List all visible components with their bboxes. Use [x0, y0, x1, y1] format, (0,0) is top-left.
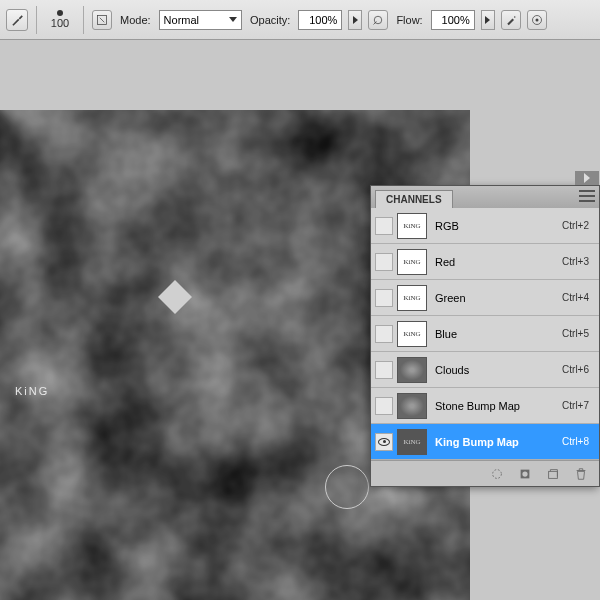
- panel-footer: [371, 460, 599, 486]
- channel-name: RGB: [431, 220, 558, 232]
- brush-panel-toggle-icon[interactable]: [92, 10, 112, 30]
- channel-name: Stone Bump Map: [431, 400, 558, 412]
- channel-list: KiNGRGBCtrl+2KiNGRedCtrl+3KiNGGreenCtrl+…: [371, 208, 599, 460]
- opacity-label: Opacity:: [248, 14, 292, 26]
- chevron-right-icon: [584, 173, 590, 183]
- channel-name: Red: [431, 256, 558, 268]
- channel-row[interactable]: KiNGRGBCtrl+2: [371, 208, 599, 244]
- svg-point-4: [535, 18, 538, 21]
- channel-row[interactable]: KiNGBlueCtrl+5: [371, 316, 599, 352]
- channel-shortcut: Ctrl+7: [562, 400, 595, 411]
- channel-shortcut: Ctrl+6: [562, 364, 595, 375]
- brush-size-picker[interactable]: 100: [45, 10, 75, 29]
- divider: [36, 6, 37, 34]
- delete-channel-icon[interactable]: [573, 466, 589, 482]
- channel-name: Green: [431, 292, 558, 304]
- svg-rect-10: [549, 471, 558, 478]
- flow-input[interactable]: 100%: [431, 10, 475, 30]
- flow-flyout[interactable]: [481, 10, 495, 30]
- channel-shortcut: Ctrl+8: [562, 436, 595, 447]
- panel-collapse-button[interactable]: [575, 171, 599, 185]
- opacity-value: 100%: [309, 14, 337, 26]
- channel-shortcut: Ctrl+4: [562, 292, 595, 303]
- visibility-toggle[interactable]: [375, 217, 393, 235]
- channel-thumbnail: KiNG: [397, 321, 427, 347]
- svg-point-9: [522, 471, 527, 476]
- channel-shortcut: Ctrl+2: [562, 220, 595, 231]
- chevron-down-icon: [229, 17, 237, 22]
- channels-panel: CHANNELS KiNGRGBCtrl+2KiNGRedCtrl+3KiNGG…: [370, 185, 600, 487]
- channel-row[interactable]: KiNGStone Bump MapCtrl+7: [371, 388, 599, 424]
- flow-label: Flow:: [394, 14, 424, 26]
- opacity-input[interactable]: 100%: [298, 10, 342, 30]
- channel-name: Blue: [431, 328, 558, 340]
- opacity-flyout[interactable]: [348, 10, 362, 30]
- svg-point-7: [493, 469, 502, 478]
- airbrush-icon[interactable]: [501, 10, 521, 30]
- panel-tab-bar: CHANNELS: [371, 186, 599, 208]
- divider: [83, 6, 84, 34]
- load-selection-icon[interactable]: [489, 466, 505, 482]
- mode-label: Mode:: [118, 14, 153, 26]
- visibility-toggle[interactable]: [375, 361, 393, 379]
- channel-thumbnail: KiNG: [397, 213, 427, 239]
- blend-mode-dropdown[interactable]: Normal: [159, 10, 242, 30]
- panel-menu-icon[interactable]: [579, 190, 595, 202]
- channel-thumbnail: KiNG: [397, 285, 427, 311]
- channel-name: King Bump Map: [431, 436, 558, 448]
- channel-thumbnail: KiNG: [397, 249, 427, 275]
- tab-channels[interactable]: CHANNELS: [375, 190, 453, 208]
- visibility-toggle[interactable]: [375, 289, 393, 307]
- channel-shortcut: Ctrl+5: [562, 328, 595, 339]
- channel-thumbnail: KiNG: [397, 357, 427, 383]
- visibility-toggle[interactable]: [375, 253, 393, 271]
- new-channel-icon[interactable]: [545, 466, 561, 482]
- flow-value: 100%: [442, 14, 470, 26]
- svg-point-2: [514, 16, 516, 18]
- chevron-right-icon: [353, 16, 358, 24]
- brush-tool-preset[interactable]: [6, 9, 28, 31]
- visibility-toggle[interactable]: [375, 325, 393, 343]
- channel-thumbnail: KiNG: [397, 429, 427, 455]
- channel-row[interactable]: KiNGKing Bump MapCtrl+8: [371, 424, 599, 460]
- chevron-right-icon: [485, 16, 490, 24]
- tablet-opacity-icon[interactable]: [368, 10, 388, 30]
- tablet-pressure-icon[interactable]: [527, 10, 547, 30]
- channel-shortcut: Ctrl+3: [562, 256, 595, 267]
- channel-row[interactable]: KiNGCloudsCtrl+6: [371, 352, 599, 388]
- blend-mode-value: Normal: [164, 14, 199, 26]
- canvas-artwork-text: KiNG: [15, 295, 49, 422]
- brush-size-value: 100: [51, 17, 69, 29]
- channel-name: Clouds: [431, 364, 558, 376]
- options-bar: 100 Mode: Normal Opacity: 100% Flow: 100…: [0, 0, 600, 40]
- visibility-toggle[interactable]: [375, 433, 393, 451]
- visibility-toggle[interactable]: [375, 397, 393, 415]
- brush-preview-dot: [57, 10, 63, 16]
- channel-row[interactable]: KiNGRedCtrl+3: [371, 244, 599, 280]
- channel-thumbnail: KiNG: [397, 393, 427, 419]
- save-selection-icon[interactable]: [517, 466, 533, 482]
- channel-row[interactable]: KiNGGreenCtrl+4: [371, 280, 599, 316]
- eye-icon: [378, 438, 390, 446]
